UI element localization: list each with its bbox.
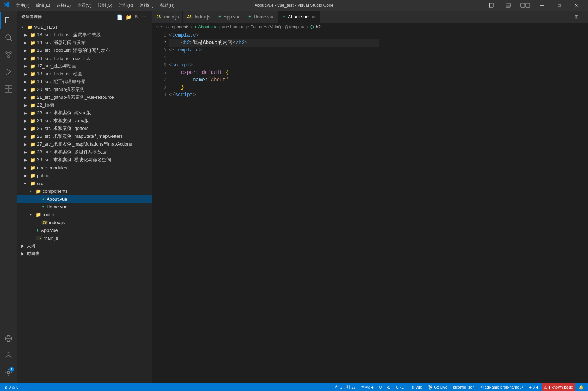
tree-item-16_src_todolist_next[interactable]: ▶📁16_src_TodoList_nextTick	[17, 54, 152, 62]
menu-goto[interactable]: 转到(G)	[95, 2, 115, 9]
status-line-ending[interactable]: CRLF	[394, 383, 408, 391]
menu-help[interactable]: 帮助(H)	[157, 2, 178, 9]
tree-item-index.js[interactable]: JSindex.js	[17, 218, 152, 226]
breadcrumb-src[interactable]: src	[156, 25, 162, 29]
menu-select[interactable]: 选择(S)	[54, 2, 74, 9]
tree-item-components[interactable]: ▾📁components	[17, 187, 152, 195]
tree-item-main.js[interactable]: JSmain.js	[17, 234, 152, 242]
status-golive[interactable]: 📡 Go Live	[426, 383, 449, 391]
menu-view[interactable]: 查看(V)	[74, 2, 94, 9]
status-errors[interactable]: ⊗ 0 ⚠ 0	[3, 383, 20, 391]
activity-bar-scm[interactable]	[0, 46, 17, 63]
code-line-5[interactable]: <script>	[169, 61, 379, 69]
status-tagname[interactable]: <TagName prop-name />	[479, 383, 525, 391]
code-line-8[interactable]: }	[169, 84, 379, 91]
tree-item-20_src_github搜索案例[interactable]: ▶📁20_src_github搜索案例	[17, 86, 152, 93]
tree-item-15_src_todolist_消息的订[interactable]: ▶📁15_src_TodoList_消息的订阅与发布	[17, 47, 152, 54]
status-version[interactable]: 4.8.4	[528, 383, 539, 391]
tree-item-app.vue[interactable]: ✦App.vue	[17, 226, 152, 234]
status-position[interactable]: 行 2，列 22	[334, 383, 357, 391]
activity-bar-settings[interactable]: 1	[0, 364, 17, 381]
status-known-issue[interactable]: ⚠ 1 known issue	[542, 383, 575, 391]
menu-terminal[interactable]: 终端(T)	[137, 2, 156, 9]
new-folder-icon[interactable]: 📁	[125, 13, 133, 21]
tree-item-src[interactable]: ▾📁src	[17, 179, 152, 187]
code-line-1[interactable]: <template>	[169, 32, 379, 39]
activity-bar-debug[interactable]	[0, 63, 17, 80]
code-line-9[interactable]: </script>	[169, 91, 379, 99]
menu-bar[interactable]: 文件(F) 编辑(E) 选择(S) 查看(V) 转到(G) 运行(R) 终端(T…	[13, 2, 177, 9]
split-editor-icon[interactable]: ⊞	[575, 14, 579, 20]
status-spaces[interactable]: 空格: 4	[360, 383, 375, 391]
status-jsconfig[interactable]: jsconfig.json	[452, 383, 476, 391]
outline-section-header[interactable]: ▶ 大纲	[17, 242, 152, 250]
tree-item-14_src_消息订阅与发布[interactable]: ▶📁14_src_消息订阅与发布	[17, 39, 152, 47]
more-icon[interactable]: ···	[581, 14, 585, 20]
sidebar-header-actions[interactable]: 📄 📁 ↻ ···	[116, 13, 147, 21]
refresh-icon[interactable]: ↻	[134, 13, 140, 21]
tree-item-29_src_求和案例_模块化与命名空间[interactable]: ▶📁29_src_求和案例_模块化与命名空间	[17, 156, 152, 164]
breadcrumb-volar[interactable]: Vue Language Features (Volar)	[222, 25, 281, 29]
activity-bar-explorer[interactable]	[0, 12, 17, 29]
code-line-3[interactable]: </template>	[169, 47, 379, 54]
code-line-2[interactable]: <h2>我是About的内容</h2>	[169, 39, 379, 47]
breadcrumb-about-vue[interactable]: ✦ About.vue	[194, 25, 217, 29]
layout3-icon[interactable]	[517, 0, 533, 11]
tree-item-17_src_过度与动画[interactable]: ▶📁17_src_过度与动画	[17, 62, 152, 70]
minimize-button[interactable]: ─	[534, 0, 550, 11]
code-line-6[interactable]: export default {	[169, 69, 379, 76]
tree-item-25_src_求和案例_getters[interactable]: ▶📁25_src_求和案例_getters	[17, 125, 152, 132]
tree-item-public[interactable]: ▶📁public	[17, 172, 152, 179]
tree-item-27_src_求和案例_mapmutat[interactable]: ▶📁27_src_求和案例_mapMutations与mapActions	[17, 140, 152, 148]
activity-bar-account[interactable]	[0, 347, 17, 364]
activity-bar-remote[interactable]	[0, 330, 17, 347]
tree-item-about.vue[interactable]: ✦About.vue	[17, 195, 152, 203]
tree-item-24_src_求和案例_vuex版[interactable]: ▶📁24_src_求和案例_vuex版	[17, 117, 152, 125]
tree-item-28_src_求和案例_多组件共享数据[interactable]: ▶📁28_src_求和案例_多组件共享数据	[17, 148, 152, 156]
window-controls[interactable]: ─ □ ✕	[483, 0, 584, 11]
tree-item-19_src_配置代理服务器[interactable]: ▶📁19_src_配置代理服务器	[17, 78, 152, 86]
tree-item-21_src_github搜索案例_vu[interactable]: ▶📁21_src_github搜索案例_vue-resource	[17, 93, 152, 101]
status-notifications[interactable]: 🔔	[577, 383, 585, 391]
tree-root[interactable]: ▾ 📁 VUE_TEST	[17, 23, 152, 31]
new-file-icon[interactable]: 📄	[116, 13, 124, 21]
tree-item-home.vue[interactable]: ✦Home.vue	[17, 203, 152, 211]
layout2-icon[interactable]	[500, 0, 516, 11]
tree-item-18_src_todolist_动画[interactable]: ▶📁18_src_TodoList_动画	[17, 70, 152, 78]
more-actions-icon[interactable]: ···	[141, 13, 147, 21]
code-token: >	[199, 47, 202, 54]
tree-item-13_src_todolist_全局事件[interactable]: ▶📁13_src_TodoList_全局事件总线	[17, 31, 152, 39]
menu-file[interactable]: 文件(F)	[13, 2, 32, 9]
tree-item-23_src_求和案例_纯vue版[interactable]: ▶📁23_src_求和案例_纯vue版	[17, 109, 152, 117]
maximize-button[interactable]: □	[551, 0, 567, 11]
status-language[interactable]: {} Vue	[410, 383, 424, 391]
tab-home-vue[interactable]: ✦ Home.vue	[244, 11, 278, 23]
tab-main-js[interactable]: JS main.js	[152, 11, 183, 23]
tree-item-node_modules[interactable]: ▶📁node_modules	[17, 164, 152, 172]
layout-icon[interactable]	[483, 0, 499, 11]
tab-index-js[interactable]: JS index.js	[183, 11, 214, 23]
close-button[interactable]: ✕	[568, 0, 584, 11]
code-content[interactable]: <template> <h2>我是About的内容</h2></template…	[169, 31, 379, 383]
code-line-4[interactable]	[169, 54, 379, 61]
breadcrumb-h2[interactable]: h2	[310, 25, 321, 29]
code-line-7[interactable]: name:'About'	[169, 76, 379, 84]
language-text: Vue	[415, 385, 422, 389]
tree-item-router[interactable]: ▾📁router	[17, 211, 152, 218]
activity-bar-search[interactable]	[0, 29, 17, 46]
tab-close-about-vue[interactable]: ✕	[311, 14, 316, 20]
activity-bar-extensions[interactable]	[0, 80, 17, 97]
tab-app-vue[interactable]: ✦ App.vue	[214, 11, 245, 23]
tab-bar-actions[interactable]: ⊞ ···	[572, 11, 588, 23]
status-encoding[interactable]: UTF-8	[378, 383, 392, 391]
code-editor[interactable]: 123456789 <template> <h2>我是About的内容</h2>…	[152, 31, 588, 383]
menu-run[interactable]: 运行(R)	[116, 2, 136, 9]
tab-about-vue[interactable]: ✦ About.vue ✕	[279, 11, 321, 23]
tree-item-26_src_求和案例_mapstate[interactable]: ▶📁26_src_求和案例_mapState与mapGetters	[17, 132, 152, 140]
breadcrumb-template[interactable]: {} template	[285, 25, 305, 29]
menu-edit[interactable]: 编辑(E)	[33, 2, 53, 9]
breadcrumb-components[interactable]: components	[166, 25, 189, 29]
tree-item-22_插槽[interactable]: ▶📁22_插槽	[17, 101, 152, 109]
timeline-section-header[interactable]: ▶ 时间线	[17, 250, 152, 257]
tree-item-label: 15_src_TodoList_消息的订阅与发布	[37, 47, 110, 54]
